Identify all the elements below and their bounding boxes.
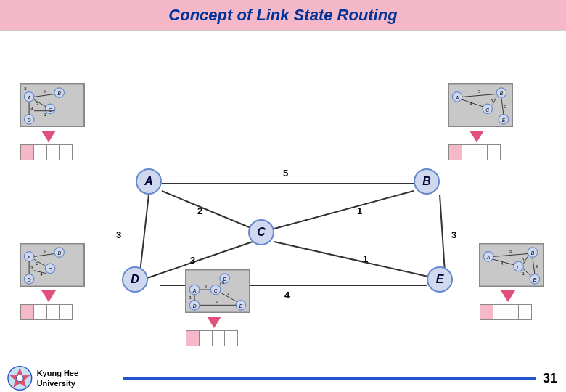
svg-text:B: B — [57, 91, 61, 96]
rt-cell — [34, 145, 47, 160]
node-e: E — [427, 266, 453, 293]
arrow-b-top — [469, 131, 484, 142]
svg-text:3: 3 — [116, 229, 121, 240]
rt-a-top — [20, 144, 73, 160]
svg-text:3: 3 — [24, 86, 26, 91]
svg-point-110 — [17, 375, 24, 382]
svg-text:E: E — [533, 277, 537, 282]
svg-text:3: 3 — [30, 266, 33, 270]
rt-cell — [200, 331, 213, 346]
svg-text:C: C — [485, 107, 489, 113]
rt-cell — [506, 305, 520, 319]
arrow-e-right — [501, 290, 515, 302]
svg-text:1: 1 — [363, 253, 368, 264]
page-number: 31 — [543, 371, 566, 386]
rt-cell — [21, 305, 34, 319]
svg-text:E: E — [239, 303, 243, 309]
topo-box-a-top: A B C D 5 2 3 1 3 — [20, 83, 85, 127]
svg-text:3: 3 — [536, 264, 538, 269]
arrow-d-center — [207, 317, 221, 328]
arrow-a-left — [41, 290, 56, 302]
svg-text:3: 3 — [227, 292, 229, 296]
university-logo-icon — [7, 365, 33, 391]
node-a: A — [136, 168, 162, 195]
page-title: Concept of Link State Routing — [0, 0, 566, 31]
rt-cell — [493, 305, 506, 319]
rt-cell — [34, 305, 47, 319]
svg-text:C: C — [517, 265, 520, 270]
rt-e-right — [480, 304, 532, 320]
svg-text:C: C — [214, 288, 218, 293]
topo-box-a-left: A B C D 5 2 3 4 — [20, 243, 85, 287]
svg-text:4: 4 — [284, 290, 290, 301]
rt-cell — [60, 145, 72, 160]
main-content: 5 2 1 3 1 3 3 4 A B C D E — [0, 31, 566, 380]
rt-cell — [60, 305, 72, 319]
svg-text:D: D — [28, 277, 31, 282]
svg-text:1: 1 — [44, 113, 46, 117]
rt-cell — [186, 331, 200, 346]
university-name: Kyung Hee University — [37, 368, 116, 389]
topo-box-e-right: A B C E 5 1 3 1 4 — [479, 243, 544, 287]
svg-text:B: B — [57, 250, 61, 256]
svg-text:1: 1 — [491, 99, 493, 103]
svg-text:B: B — [531, 250, 535, 256]
svg-text:5: 5 — [509, 249, 512, 253]
svg-line-12 — [440, 195, 445, 272]
svg-text:5: 5 — [43, 249, 45, 253]
network-graph: 5 2 1 3 1 3 3 4 — [0, 31, 566, 343]
svg-text:1: 1 — [522, 271, 525, 276]
rt-b-top — [448, 144, 501, 160]
svg-text:A: A — [192, 288, 197, 293]
svg-text:2: 2 — [36, 261, 38, 266]
svg-text:A: A — [27, 255, 31, 260]
rt-cell — [47, 305, 60, 319]
svg-text:A: A — [486, 255, 491, 260]
svg-text:D: D — [28, 118, 31, 123]
svg-text:5: 5 — [478, 89, 480, 94]
rt-cell — [475, 145, 488, 160]
svg-text:5: 5 — [222, 280, 224, 285]
topo-box-d-center: A B C D E 2 5 3 3 4 — [185, 269, 250, 313]
svg-text:3: 3 — [504, 105, 506, 109]
node-b: B — [414, 168, 440, 195]
svg-text:A: A — [455, 95, 459, 100]
university-logo-area: Kyung Hee University — [0, 365, 116, 391]
node-c: C — [248, 219, 274, 245]
rt-cell — [488, 145, 500, 160]
svg-text:3: 3 — [189, 295, 191, 300]
rt-cell — [519, 305, 531, 319]
svg-text:3: 3 — [190, 255, 195, 266]
svg-line-8 — [274, 242, 428, 277]
topo-box-b-top: A B C E 5 1 3 4 — [448, 83, 513, 127]
svg-text:D: D — [193, 303, 197, 309]
rt-cell — [47, 145, 60, 160]
svg-line-4 — [274, 191, 414, 229]
rt-cell — [449, 145, 462, 160]
svg-text:5: 5 — [283, 168, 288, 179]
svg-text:1: 1 — [522, 258, 525, 262]
arrow-a-top — [41, 131, 56, 142]
svg-text:2: 2 — [205, 285, 207, 289]
footer: Kyung Hee University 31 — [0, 364, 566, 392]
svg-text:C: C — [49, 107, 52, 113]
rt-cell — [480, 305, 493, 319]
rt-d-center — [186, 330, 238, 346]
rt-a-left — [20, 304, 73, 320]
rt-cell — [213, 331, 226, 346]
rt-cell — [462, 145, 475, 160]
rt-cell — [21, 145, 34, 160]
rt-cell — [225, 331, 237, 346]
svg-text:2: 2 — [197, 205, 202, 216]
svg-text:E: E — [502, 118, 506, 123]
footer-divider — [123, 377, 536, 380]
svg-text:C: C — [49, 267, 52, 272]
svg-text:2: 2 — [36, 102, 38, 106]
svg-line-2 — [162, 191, 253, 229]
svg-text:B: B — [500, 91, 504, 96]
svg-text:3: 3 — [30, 106, 33, 110]
svg-line-10 — [140, 195, 149, 272]
svg-text:3: 3 — [451, 229, 456, 240]
svg-text:1: 1 — [357, 205, 362, 216]
svg-text:A: A — [27, 95, 31, 100]
